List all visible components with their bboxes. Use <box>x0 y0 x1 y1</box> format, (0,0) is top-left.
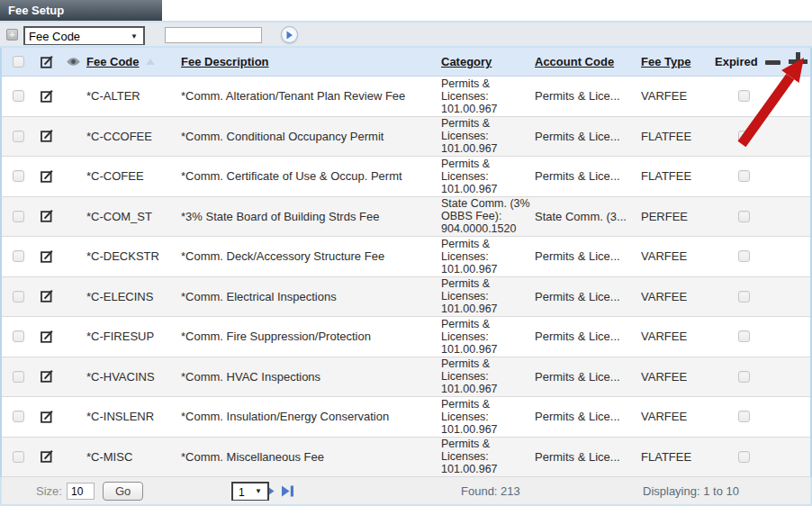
expired-checkbox <box>738 451 750 463</box>
table-row: *C-CCOFEE *Comm. Conditional Occupancy P… <box>2 117 810 158</box>
edit-icon[interactable] <box>40 129 54 143</box>
account-code-cell: Permits & Lice... <box>535 77 641 116</box>
table-row: *C-COM_ST *3% State Board of Building St… <box>2 197 810 238</box>
row-checkbox[interactable] <box>13 330 24 342</box>
table-row: *C-ELECINS *Comm. Electrical Inspections… <box>2 277 810 318</box>
column-header-account-code[interactable]: Account Code <box>535 48 641 76</box>
row-checkbox[interactable] <box>13 291 24 303</box>
edit-icon[interactable] <box>40 410 54 424</box>
fee-description-cell: *Comm. Certificate of Use & Occup. Permt <box>181 157 441 196</box>
row-checkbox[interactable] <box>13 250 24 262</box>
expired-checkbox <box>738 170 750 182</box>
column-header-fee-code[interactable]: Fee Code <box>86 48 181 76</box>
account-code-cell: Permits & Lice... <box>535 397 641 437</box>
fee-type-cell: VARFEE <box>641 317 715 357</box>
row-checkbox[interactable] <box>13 411 24 422</box>
edit-icon[interactable] <box>40 89 54 104</box>
run-search-button[interactable] <box>281 26 298 43</box>
column-header-fee-type[interactable]: Fee Type <box>641 48 715 76</box>
table-row: *C-MISC *Comm. Miscellaneous Fee Permits… <box>2 438 810 478</box>
edit-icon[interactable] <box>40 249 54 264</box>
edit-icon[interactable] <box>40 169 54 184</box>
category-cell: Permits & Licenses: 101.00.967 <box>441 357 535 397</box>
expired-cell <box>715 438 810 477</box>
category-cell: Permits & Licenses: 101.00.967 <box>441 237 535 276</box>
add-filter-icon[interactable]: + <box>6 29 18 41</box>
category-cell: State Comm. (3% OBBS Fee): 904.0000.1520 <box>441 197 535 237</box>
fee-description-cell: *Comm. Conditional Occupancy Permit <box>181 117 441 157</box>
edit-icon[interactable] <box>40 209 54 223</box>
expired-cell <box>715 277 810 317</box>
eye-icon[interactable] <box>66 57 81 67</box>
page-select[interactable]: 1 <box>233 484 267 500</box>
row-checkbox[interactable] <box>13 131 24 142</box>
expired-checkbox <box>738 131 750 142</box>
expired-cell <box>715 397 810 437</box>
fee-description-cell: *Comm. HVAC Inspections <box>181 357 441 397</box>
expired-checkbox <box>738 90 750 102</box>
row-checkbox[interactable] <box>13 451 24 463</box>
fee-type-cell: VARFEE <box>641 277 715 317</box>
edit-icon[interactable] <box>40 330 54 344</box>
account-code-cell: Permits & Lice... <box>535 438 641 477</box>
page-select-wrap: 1 ▼ <box>231 482 269 501</box>
pagination: 1 ▼ <box>231 477 294 504</box>
page-size-label: Size: <box>36 477 62 504</box>
page-title-tab: Fee Setup <box>0 0 162 21</box>
expired-cell <box>715 317 810 357</box>
table-row: *C-FIRESUP *Comm. Fire Suppression/Prote… <box>2 317 810 357</box>
filter-field-select[interactable]: Fee Code <box>25 29 143 44</box>
remove-column-icon[interactable] <box>765 60 780 65</box>
column-header-expired: Expired <box>715 48 810 76</box>
expired-cell <box>715 157 810 196</box>
fee-code-cell: *C-DECKSTR <box>86 237 181 276</box>
account-code-cell: Permits & Lice... <box>535 357 641 397</box>
category-cell: Permits & Licenses: 101.00.967 <box>441 397 535 437</box>
category-cell: Permits & Licenses: 101.00.967 <box>441 438 535 477</box>
edit-icon[interactable] <box>40 289 54 303</box>
expired-cell <box>715 357 810 397</box>
column-header-category[interactable]: Category <box>441 48 535 76</box>
table-row: *C-INSLENR *Comm. Insulation/Energy Cons… <box>2 397 810 438</box>
add-column-icon[interactable] <box>789 52 807 71</box>
go-button[interactable]: Go <box>103 482 143 501</box>
fee-type-cell: FLATFEE <box>641 117 715 157</box>
fee-code-cell: *C-HVACINS <box>86 357 181 397</box>
expired-checkbox <box>738 250 750 262</box>
row-checkbox[interactable] <box>13 371 24 383</box>
account-code-cell: Permits & Lice... <box>535 237 641 276</box>
fee-code-cell: *C-COFEE <box>86 157 181 196</box>
account-code-cell: Permits & Lice... <box>535 317 641 357</box>
sort-ascending-icon <box>146 59 155 65</box>
fee-table: Fee Code Fee Description Category Accoun… <box>0 48 812 479</box>
expired-cell <box>715 117 810 157</box>
last-page-icon[interactable] <box>281 485 294 497</box>
fee-code-cell: *C-ELECINS <box>86 277 181 317</box>
table-footer: Size: Go 1 ▼ Fo <box>0 477 812 506</box>
row-checkbox[interactable] <box>13 211 24 222</box>
fee-code-cell: *C-INSLENR <box>86 397 181 437</box>
fee-code-cell: *C-COM_ST <box>86 197 181 237</box>
edit-icon[interactable] <box>40 55 54 69</box>
row-checkbox[interactable] <box>13 170 24 182</box>
fee-type-cell: PERFEE <box>641 197 715 237</box>
search-input[interactable] <box>165 27 262 43</box>
row-checkbox[interactable] <box>13 90 24 102</box>
fee-type-cell: VARFEE <box>641 397 715 437</box>
fee-description-cell: *Comm. Fire Suppression/Protection <box>181 317 441 357</box>
table-body: *C-ALTER *Comm. Alteration/Tenant Plan R… <box>2 77 810 479</box>
fee-type-cell: FLATFEE <box>641 157 715 196</box>
page-title: Fee Setup <box>8 4 64 17</box>
fee-description-cell: *Comm. Insulation/Energy Conservation <box>181 397 441 437</box>
edit-icon[interactable] <box>40 449 54 464</box>
category-cell: Permits & Licenses: 101.00.967 <box>441 157 535 196</box>
account-code-cell: State Comm. (3... <box>535 197 641 237</box>
table-row: *C-ALTER *Comm. Alteration/Tenant Plan R… <box>2 77 810 117</box>
column-header-fee-description[interactable]: Fee Description <box>181 48 441 76</box>
table-row: *C-DECKSTR *Comm. Deck/Accessory Structu… <box>2 237 810 277</box>
page-size-input[interactable] <box>67 483 95 500</box>
edit-icon[interactable] <box>40 369 54 384</box>
select-all-checkbox[interactable] <box>13 56 24 68</box>
fee-description-cell: *Comm. Deck/Accessory Structure Fee <box>181 237 441 276</box>
fee-description-cell: *3% State Board of Building Strds Fee <box>181 197 441 237</box>
